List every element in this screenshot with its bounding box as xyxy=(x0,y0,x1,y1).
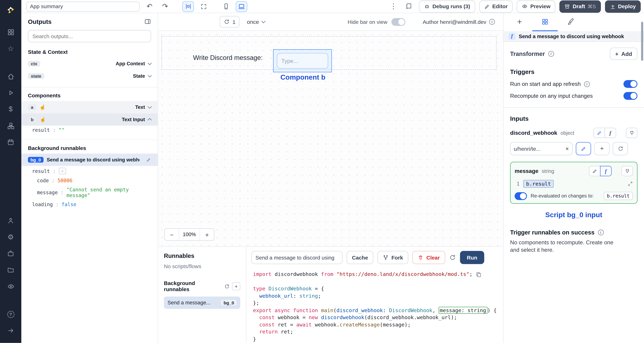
apps-grid-icon[interactable] xyxy=(0,24,21,40)
expression-fn-icon[interactable]: f xyxy=(605,128,616,138)
desktop-view-icon[interactable] xyxy=(236,1,247,12)
clear-button[interactable]: Clear xyxy=(412,251,445,264)
script-name-input[interactable]: Send a message to discord using xyxy=(251,251,342,264)
search-outputs-input[interactable] xyxy=(28,30,151,42)
bg0-runnable-item[interactable]: Send a message... bg_0 xyxy=(164,296,240,309)
code-editor[interactable]: import discordwebhook from "https://deno… xyxy=(246,268,503,343)
copy-code-icon[interactable] xyxy=(476,272,482,278)
add-label: Add xyxy=(621,51,632,57)
chevron-down-icon[interactable] xyxy=(148,73,152,77)
component-settings-tab[interactable] xyxy=(532,13,558,31)
state-row[interactable]: state State xyxy=(21,70,158,82)
message-expression-input[interactable]: b.result xyxy=(523,180,554,188)
add-runnable-button[interactable]: + xyxy=(232,282,240,290)
draft-button[interactable]: Draft ⌘S xyxy=(560,0,601,12)
run-button[interactable]: Run xyxy=(460,251,484,264)
recompute-toggle[interactable] xyxy=(624,92,638,100)
edit-resource-pencil-button[interactable] xyxy=(576,142,591,155)
docs-book-icon[interactable] xyxy=(403,1,415,12)
component-a-row[interactable]: a ☝ Text xyxy=(21,101,158,114)
refresh-count-button[interactable]: 1 xyxy=(220,16,240,28)
reload-script-icon[interactable] xyxy=(449,254,456,261)
resource-picker-field[interactable]: u/henri/te... × xyxy=(510,142,572,155)
component-b-badge: b xyxy=(28,116,36,122)
chevron-up-icon[interactable] xyxy=(148,118,152,122)
preview-button[interactable]: Preview xyxy=(517,0,555,12)
clear-resource-icon[interactable]: × xyxy=(566,145,569,152)
expression-fn-icon[interactable]: f xyxy=(600,166,612,176)
bg0-row[interactable]: bg_0 Send a message to discord using web… xyxy=(21,154,158,166)
static-edit-pencil-icon[interactable] xyxy=(594,128,605,138)
deploy-button[interactable]: Deploy xyxy=(605,0,641,12)
refresh-mode-dropdown[interactable]: once xyxy=(247,19,264,25)
zoom-in-button[interactable]: + xyxy=(200,229,214,240)
info-icon[interactable]: i xyxy=(548,51,554,57)
window-scrollbar-thumb[interactable] xyxy=(641,22,643,61)
archive-icon xyxy=(564,4,570,9)
trigger-run-on-start-label: Run on start and app refresh xyxy=(510,81,581,87)
info-icon[interactable]: i xyxy=(584,81,590,87)
run-on-start-toggle[interactable] xyxy=(624,80,638,88)
chevron-down-icon[interactable] xyxy=(148,104,152,108)
help-icon[interactable]: ? xyxy=(0,306,21,322)
home-icon[interactable] xyxy=(0,68,21,84)
info-icon[interactable]: i xyxy=(598,230,604,235)
fork-button[interactable]: Fork xyxy=(378,251,408,264)
redo-icon[interactable]: ↷ xyxy=(159,1,171,12)
kv-value[interactable]: - xyxy=(58,168,66,174)
cache-button[interactable]: Cache xyxy=(346,251,373,264)
refresh-resource-button[interactable] xyxy=(613,142,628,155)
text-component-a[interactable]: Write Discord message: xyxy=(193,54,263,62)
theme-brush-tab[interactable] xyxy=(558,13,583,31)
workspace-briefcase-icon[interactable] xyxy=(0,245,21,262)
edit-pencil-icon[interactable] xyxy=(146,157,151,162)
variables-dollar-icon[interactable]: $ xyxy=(0,101,21,118)
bg-refresh-icon[interactable] xyxy=(224,284,230,289)
users-icon[interactable] xyxy=(0,212,21,229)
collapse-arrow-icon[interactable] xyxy=(0,322,21,339)
schedules-calendar-icon[interactable] xyxy=(0,134,21,150)
add-resource-button[interactable]: + xyxy=(594,142,610,155)
info-icon[interactable]: i xyxy=(489,19,495,25)
undo-icon[interactable]: ↶ xyxy=(144,1,155,12)
add-transformer-button[interactable]: + Add xyxy=(610,48,638,60)
bg0-badge: bg_0 xyxy=(28,157,44,163)
discord-webhook-type: object xyxy=(560,130,574,136)
author-label: Author henri@windmill.dev xyxy=(422,19,486,25)
component-b-row[interactable]: b ☝ Text Input xyxy=(21,113,158,126)
audit-eye-icon[interactable] xyxy=(0,278,21,294)
connect-plug-icon[interactable] xyxy=(626,128,638,138)
runs-play-icon[interactable] xyxy=(0,85,21,101)
resources-icon[interactable] xyxy=(0,118,21,134)
app-summary-input[interactable] xyxy=(26,2,140,11)
connect-plug-icon[interactable] xyxy=(621,166,633,176)
reeval-dependency-badge[interactable]: b.result xyxy=(604,192,633,200)
editor-button[interactable]: Editor xyxy=(479,0,513,12)
windmill-logo[interactable] xyxy=(6,2,16,18)
app-canvas[interactable]: Write Discord message: Component b − 100… xyxy=(158,31,503,246)
fullscreen-icon[interactable] xyxy=(198,1,210,12)
zoom-out-button[interactable]: − xyxy=(165,229,179,240)
reeval-toggle[interactable] xyxy=(514,192,527,200)
discord-message-input[interactable] xyxy=(277,53,328,68)
code-line xyxy=(253,278,503,285)
kebab-menu-icon[interactable]: ⋮ xyxy=(388,1,399,12)
collapse-panel-icon[interactable] xyxy=(144,18,151,25)
ctx-row[interactable]: ctx App Context xyxy=(21,58,158,70)
static-edit-pencil-icon[interactable] xyxy=(589,166,600,176)
folders-icon[interactable] xyxy=(0,262,21,278)
debug-runs-button[interactable]: Debug runs (3) xyxy=(419,0,475,12)
mobile-view-icon[interactable] xyxy=(220,1,232,12)
textinput-component-b[interactable] xyxy=(273,49,332,72)
resource-value: u/henri/te... xyxy=(514,146,540,152)
settings-gear-icon[interactable]: ⚙ xyxy=(0,229,21,245)
expand-editor-icon[interactable] xyxy=(628,181,633,186)
insert-component-tab[interactable]: + xyxy=(507,13,532,31)
hide-bar-toggle[interactable] xyxy=(392,18,406,26)
align-center-icon[interactable] xyxy=(182,1,194,12)
right-panel-tabs: + xyxy=(504,13,644,31)
code-line: export async function main(discord_webho… xyxy=(253,307,503,314)
chevron-down-icon[interactable] xyxy=(148,61,152,65)
kv-colon: : xyxy=(56,202,59,208)
favorites-star-icon[interactable]: ☆ xyxy=(0,40,21,57)
